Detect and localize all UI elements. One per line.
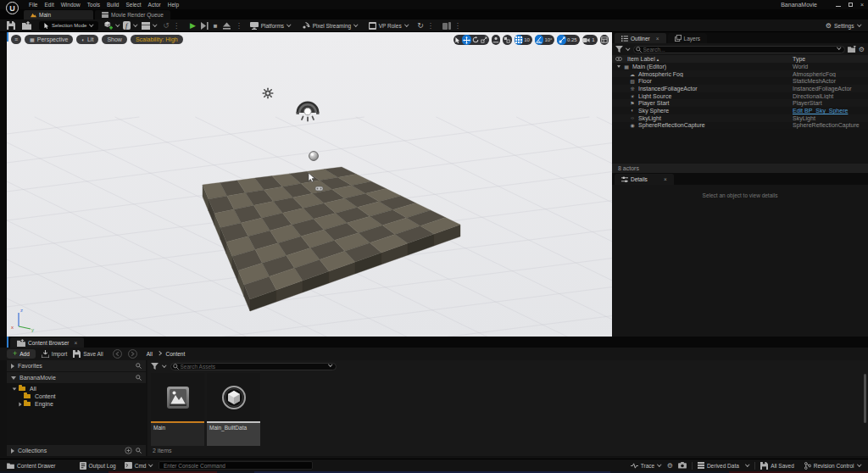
- grid-snap-value[interactable]: 10: [523, 37, 532, 42]
- scalability-badge[interactable]: Scalability: High: [131, 35, 183, 44]
- viewport-menu-button[interactable]: ≡: [11, 35, 21, 44]
- actor-label[interactable]: SkyLight: [638, 115, 661, 121]
- actor-type[interactable]: SphereReflectionCapture: [793, 122, 860, 128]
- minimize-button[interactable]: [832, 2, 844, 8]
- player-start-gizmo[interactable]: [315, 186, 323, 191]
- scale-snap-button[interactable]: [557, 35, 566, 45]
- move-tool[interactable]: [462, 35, 471, 45]
- all-saved-status[interactable]: All Saved: [760, 462, 793, 470]
- asset-search-input[interactable]: [170, 363, 337, 370]
- tab-details[interactable]: Details ×: [615, 174, 674, 185]
- screenshot-icon[interactable]: [678, 462, 687, 469]
- tree-item-all[interactable]: All: [7, 385, 146, 392]
- tab-close-icon[interactable]: ×: [656, 36, 659, 42]
- actor-label[interactable]: Floor: [638, 78, 652, 84]
- outliner-row[interactable]: ☀ Light Source DirectionalLight: [612, 92, 868, 100]
- scale-snap-value[interactable]: 0.25: [566, 37, 580, 42]
- rotate-tool[interactable]: [471, 35, 481, 45]
- skip-button[interactable]: [201, 22, 209, 30]
- maximize-viewport-button[interactable]: [600, 35, 609, 45]
- output-log-button[interactable]: Output Log: [80, 462, 116, 470]
- menu-item[interactable]: Edit: [41, 2, 57, 8]
- close-button[interactable]: ×: [856, 2, 868, 8]
- outliner-row[interactable]: ◉ SphereReflectionCapture SphereReflecti…: [612, 122, 868, 130]
- eject-button[interactable]: [223, 22, 231, 30]
- play-options-kebab-icon[interactable]: ⋮: [236, 23, 242, 29]
- tree-item-engine[interactable]: Engine: [7, 400, 146, 408]
- asset-tile[interactable]: Main: [151, 373, 204, 446]
- actor-type[interactable]: World: [793, 64, 808, 70]
- rotation-snap-value[interactable]: 10°: [543, 37, 554, 42]
- project-search-icon[interactable]: [136, 375, 142, 381]
- kebab-icon[interactable]: ⋮: [173, 23, 180, 29]
- project-header[interactable]: BananaMovie: [7, 372, 146, 383]
- viewport-3d[interactable]: z y x ≡ ▦Perspective ◐Lit Show Scalabili…: [7, 32, 612, 337]
- compile-kebab-icon[interactable]: ⋮: [427, 23, 434, 29]
- select-tool[interactable]: [453, 35, 463, 45]
- lit-dropdown[interactable]: ◐Lit: [76, 35, 98, 44]
- actor-type[interactable]: PlayerStart: [793, 100, 822, 106]
- derived-data-dropdown[interactable]: Derived Data: [698, 462, 749, 469]
- rotation-snap-button[interactable]: [535, 35, 544, 45]
- status-gear-icon[interactable]: ⚙: [667, 462, 673, 470]
- undo-icon[interactable]: ↺: [163, 21, 170, 30]
- filter-icon[interactable]: [615, 46, 623, 53]
- project-expander-icon[interactable]: [11, 376, 16, 380]
- actor-type[interactable]: Edit BP_Sky_Sphere: [793, 108, 848, 114]
- details-close-icon[interactable]: ×: [664, 176, 667, 182]
- column-type[interactable]: Type: [793, 56, 805, 62]
- actor-type[interactable]: DirectionalLight: [793, 93, 833, 99]
- add-collection-icon[interactable]: [125, 447, 132, 454]
- camera-speed-value[interactable]: 1: [591, 37, 597, 42]
- add-actor-dropdown[interactable]: [104, 21, 120, 30]
- actor-label[interactable]: Player Start: [638, 100, 670, 106]
- collections-search-icon[interactable]: [136, 448, 142, 454]
- actor-label[interactable]: Light Source: [638, 93, 671, 99]
- revision-control-dropdown[interactable]: Revision Control: [804, 462, 861, 470]
- play-button[interactable]: ▶: [190, 21, 196, 30]
- asset-filter-chevron-icon[interactable]: [162, 364, 166, 368]
- sphere-reflection-gizmo[interactable]: [309, 152, 319, 161]
- device-kebab-icon[interactable]: ⋮: [454, 23, 461, 29]
- platforms-dropdown[interactable]: Platforms: [250, 22, 292, 30]
- unreal-logo[interactable]: U: [6, 2, 19, 14]
- menu-item[interactable]: Select: [122, 2, 144, 8]
- scrollbar[interactable]: [864, 374, 866, 423]
- column-item-label[interactable]: Item Label ▴: [627, 56, 659, 62]
- actor-label[interactable]: Main (Editor): [632, 64, 666, 70]
- menu-item[interactable]: Tools: [84, 2, 103, 8]
- trace-dropdown[interactable]: Trace: [631, 463, 662, 469]
- new-folder-icon[interactable]: [848, 46, 856, 53]
- settings-dropdown[interactable]: ⚙ Settings: [826, 22, 861, 30]
- actor-snap-button[interactable]: [503, 35, 512, 45]
- outliner-row[interactable]: ◐ Sky Sphere Edit BP_Sky_Sphere: [612, 107, 868, 114]
- show-dropdown[interactable]: Show: [102, 35, 127, 44]
- selection-mode-dropdown[interactable]: Selection Mode: [39, 21, 98, 31]
- filter-chevron-icon[interactable]: [626, 47, 630, 51]
- content-browser-icon[interactable]: [22, 21, 31, 30]
- row-expander-icon[interactable]: [617, 65, 620, 68]
- scale-tool[interactable]: [480, 35, 489, 45]
- outliner-row[interactable]: ▧ Floor StaticMeshActor: [612, 77, 868, 85]
- stop-button[interactable]: ■: [214, 22, 218, 30]
- favorites-header[interactable]: Favorites: [7, 360, 146, 371]
- favorites-search-icon[interactable]: [136, 363, 142, 369]
- actor-label[interactable]: Sky Sphere: [638, 108, 669, 114]
- blueprints-dropdown[interactable]: f: [123, 21, 138, 30]
- console-input[interactable]: [159, 461, 313, 470]
- breadcrumb-root[interactable]: All: [147, 351, 153, 357]
- maximize-button[interactable]: [844, 2, 856, 8]
- content-browser-close-icon[interactable]: ×: [74, 340, 77, 346]
- actor-label[interactable]: SphereReflectionCapture: [638, 122, 705, 128]
- menu-item[interactable]: File: [25, 2, 41, 8]
- outliner-row[interactable]: ▦ Main (Editor) World: [612, 63, 868, 70]
- favorites-expander-icon[interactable]: [11, 364, 14, 369]
- menu-item[interactable]: Build: [103, 2, 122, 8]
- tab-layers[interactable]: Layers: [668, 33, 708, 43]
- collections-header[interactable]: Collections: [7, 445, 146, 456]
- save-icon[interactable]: [7, 21, 15, 30]
- menu-item[interactable]: Actor: [145, 2, 164, 8]
- visibility-eye-icon[interactable]: [615, 57, 622, 61]
- cinematics-dropdown[interactable]: [142, 22, 158, 30]
- camera-speed-button[interactable]: [582, 35, 592, 45]
